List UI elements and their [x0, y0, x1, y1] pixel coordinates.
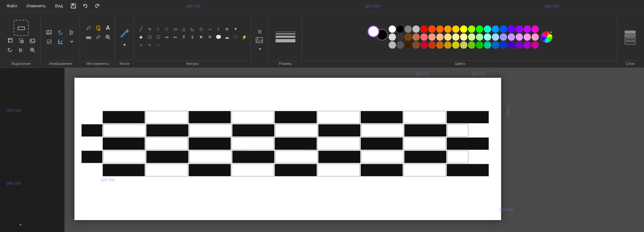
select-flip-btn[interactable] — [16, 46, 26, 54]
color-cornflower[interactable] — [500, 33, 507, 41]
shape-pentagon[interactable]: ⬠ — [146, 33, 153, 41]
image-chevron-btn[interactable] — [66, 37, 77, 46]
menu-edit[interactable]: Изменить — [22, 2, 50, 10]
color-darkyellow[interactable] — [444, 41, 451, 49]
image-rotate-btn[interactable] — [55, 28, 66, 37]
color-lightblue[interactable] — [492, 33, 499, 41]
color-darkgray[interactable] — [397, 33, 404, 41]
color-crimson[interactable] — [420, 41, 428, 49]
shape-diamond2[interactable]: ◆ — [137, 33, 145, 41]
color-gold[interactable] — [452, 25, 459, 33]
color-brown[interactable] — [405, 33, 412, 41]
color-pink-dark[interactable] — [532, 25, 539, 33]
drawing-canvas[interactable]: gdz.top gdz.top gdz.top gdz.top gdz.top … — [74, 78, 501, 220]
shape-line[interactable]: ╱ — [137, 25, 145, 33]
shape-cloud[interactable]: ☁ — [223, 33, 231, 41]
text-btn[interactable]: A — [103, 24, 113, 32]
eraser-btn[interactable] — [83, 33, 94, 41]
size-1px[interactable] — [276, 32, 295, 32]
select-photo-btn[interactable] — [27, 36, 38, 45]
color-forest[interactable] — [476, 41, 483, 49]
shape-star7[interactable]: ☆ — [137, 41, 145, 49]
menu-view[interactable]: Вид — [51, 2, 67, 10]
color-purple[interactable] — [508, 25, 515, 33]
color-lime[interactable] — [468, 25, 475, 33]
shape-arrow-up2[interactable]: ⇑ — [180, 33, 188, 41]
image-resize-btn[interactable] — [55, 37, 66, 46]
color-black[interactable] — [397, 25, 404, 33]
fill-btn[interactable] — [93, 24, 104, 32]
color-darkviolet[interactable] — [516, 41, 523, 49]
color-lightyellow[interactable] — [460, 33, 467, 41]
color-fuchsia[interactable] — [532, 41, 539, 49]
shape-insert-chevron[interactable]: ▾ — [259, 47, 261, 51]
color-indigo[interactable] — [508, 41, 515, 49]
shape-curve[interactable]: ∿ — [146, 25, 153, 33]
shape-arrow-right2[interactable]: ⇒ — [163, 33, 171, 41]
color-orangered[interactable] — [428, 25, 436, 33]
shape-star6[interactable]: ✡ — [206, 33, 214, 41]
zoom-btn[interactable] — [103, 33, 113, 41]
pencil-btn[interactable] — [83, 24, 94, 32]
shape-speech[interactable]: 💬 — [214, 33, 222, 41]
color-violet[interactable] — [516, 25, 523, 33]
color-whitesmoke[interactable] — [389, 41, 396, 49]
shape-star8[interactable]: ✧ — [146, 41, 153, 49]
color-peach[interactable] — [436, 33, 444, 41]
size-2px[interactable] — [276, 33, 295, 34]
shape-diamond[interactable]: ◇ — [197, 25, 205, 33]
select-crop-btn[interactable] — [5, 36, 15, 45]
color-yellow[interactable] — [460, 25, 467, 33]
color-olive[interactable] — [452, 41, 459, 49]
color-teal[interactable] — [484, 41, 491, 49]
color-lightlime[interactable] — [468, 33, 475, 41]
color-hotpink[interactable] — [532, 33, 539, 41]
shape-star4[interactable]: ✦ — [232, 25, 239, 33]
shape-right-arrow[interactable]: → — [206, 25, 214, 33]
color-amber[interactable] — [444, 25, 451, 33]
color-gray[interactable] — [405, 25, 412, 33]
select-rotate-btn[interactable] — [5, 46, 15, 54]
shape-hexagon[interactable]: ⬡ — [154, 33, 162, 41]
color-white[interactable] — [389, 25, 396, 33]
menu-file[interactable]: Файл — [3, 2, 21, 10]
shape-heart[interactable]: ♡ — [232, 33, 239, 41]
rainbow-color-btn[interactable] — [541, 31, 553, 43]
color-aqua[interactable] — [484, 33, 491, 41]
color-pick-btn[interactable] — [93, 33, 104, 41]
image-insert-btn[interactable] — [255, 37, 265, 45]
undo-button[interactable] — [80, 1, 91, 11]
color-lilac[interactable] — [516, 33, 523, 41]
color-rose[interactable] — [420, 33, 428, 41]
color-darkorange[interactable] — [436, 41, 444, 49]
shape-arrow-down[interactable]: ⇓ — [189, 33, 196, 41]
color-magenta[interactable] — [524, 25, 531, 33]
shape-arrow-left[interactable]: ⇐ — [171, 33, 179, 41]
shape-lightning[interactable]: ⚡ — [240, 33, 248, 41]
color-pink[interactable] — [524, 33, 531, 41]
color-salmon[interactable] — [428, 33, 436, 41]
color-cream[interactable] — [444, 33, 451, 41]
color-darkolive[interactable] — [460, 41, 467, 49]
shape-right-tri[interactable]: ◺ — [189, 25, 196, 33]
color-darkbrown[interactable] — [405, 41, 412, 49]
shape-star5[interactable]: ★ — [197, 33, 205, 41]
color-denim[interactable] — [492, 41, 499, 49]
fill-toggle-btn[interactable]: ≡ — [258, 28, 262, 35]
fg-color-box[interactable] — [367, 25, 379, 37]
color-green[interactable] — [476, 25, 483, 33]
brush-chevron-btn[interactable]: ▾ — [123, 42, 126, 47]
size-4px[interactable] — [276, 36, 295, 38]
image-adjust-btn[interactable] — [44, 37, 55, 46]
color-lightgray[interactable] — [389, 33, 396, 41]
shape-up-arrow[interactable]: ↑ — [214, 25, 222, 33]
image-select-btn[interactable] — [44, 28, 55, 37]
layers-btn[interactable] — [621, 27, 639, 47]
color-lemon[interactable] — [452, 33, 459, 41]
shape-oval[interactable]: ○ — [154, 25, 162, 33]
color-blue[interactable] — [500, 25, 507, 33]
color-navy[interactable] — [500, 41, 507, 49]
color-tan[interactable] — [412, 33, 420, 41]
select-resize-btn[interactable] — [16, 36, 26, 45]
color-cyan[interactable] — [484, 25, 491, 33]
